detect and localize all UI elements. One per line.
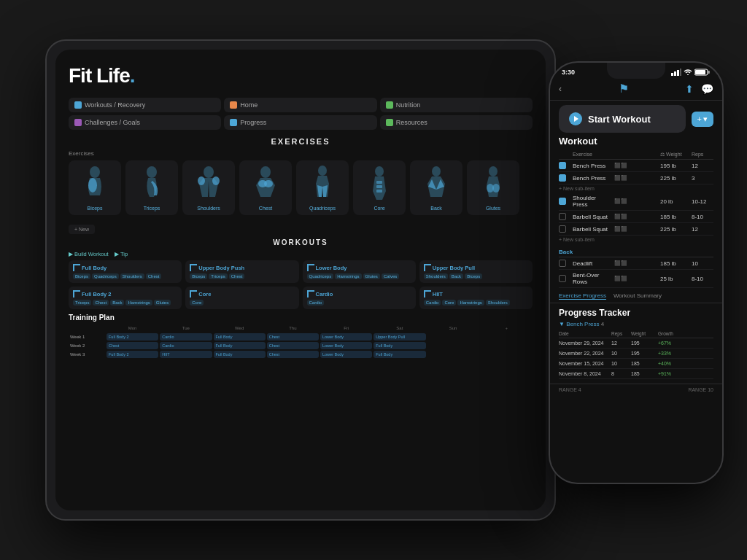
- add-sub-item-2[interactable]: + New sub-item: [559, 236, 713, 244]
- tab-workout-summary[interactable]: Workout Summary: [614, 292, 662, 300]
- share-icon[interactable]: ⬆: [685, 83, 694, 95]
- week3-wed[interactable]: Full Body: [214, 351, 266, 358]
- week2-tue[interactable]: Cardio: [160, 342, 212, 349]
- nav-resources[interactable]: Resources: [380, 115, 533, 130]
- week3-thu[interactable]: Chest: [267, 351, 319, 358]
- week3-sat[interactable]: Full Body: [374, 351, 425, 358]
- week1-thu[interactable]: Chest: [267, 333, 319, 341]
- exercise-core[interactable]: Core: [353, 160, 406, 215]
- exercise-biceps[interactable]: Biceps: [69, 160, 121, 215]
- nav-progress[interactable]: Progress: [224, 115, 376, 130]
- progress-tracker-title: Progress Tracker: [559, 308, 713, 318]
- week2-sat[interactable]: Full Body: [374, 342, 425, 349]
- plan-header-wed: Wed: [214, 324, 266, 332]
- svg-point-9: [318, 166, 327, 176]
- workout-card-lowerbody[interactable]: Lower Body Quadriceps Hamstrings Glutes …: [303, 260, 416, 283]
- core-figure: [364, 165, 395, 201]
- week2-mon[interactable]: Chest: [107, 342, 158, 349]
- svg-point-14: [432, 166, 441, 176]
- weight-3: 185: [631, 361, 657, 366]
- week1-wed[interactable]: Full Body: [214, 333, 266, 341]
- week2-wed[interactable]: Full Body: [214, 342, 266, 349]
- workout-card-upperbodypush[interactable]: Upper Body Push Biceps Triceps Chest: [185, 260, 298, 283]
- progress-tracker: Progress Tracker ▼ Bench Press 4 Date Re…: [550, 303, 722, 384]
- add-sub-item-1[interactable]: + New sub-item: [559, 184, 713, 192]
- workout-cardio-tags: Cardio: [307, 300, 411, 306]
- phone-notch: [607, 63, 665, 79]
- range10-label[interactable]: RANGE 10: [688, 387, 713, 392]
- chest-label: Chest: [244, 206, 287, 211]
- add-new-exercise-button[interactable]: + New: [69, 225, 95, 234]
- nav-home[interactable]: Home: [224, 98, 376, 112]
- bent-over-rows-check[interactable]: [559, 275, 566, 282]
- growth-2: +33%: [658, 351, 684, 356]
- week3-mon[interactable]: Full Body 2: [107, 351, 158, 358]
- reps-header: Reps: [611, 331, 630, 336]
- workouts-icon: [74, 101, 82, 109]
- workout-card-upperbodypull[interactable]: Upper Body Pull Shoulders Back Biceps: [419, 260, 533, 283]
- app-logo: Fit Life.: [69, 64, 533, 88]
- quadriceps-figure: [307, 165, 338, 201]
- week3-fri[interactable]: Lower Body: [320, 351, 372, 358]
- exercise-triceps[interactable]: Triceps: [125, 160, 178, 215]
- exercise-quadriceps[interactable]: Quadriceps: [296, 160, 349, 215]
- bench-press-1-reps: 12: [692, 163, 713, 169]
- weight-col-header: ⚖ Weight: [660, 152, 689, 158]
- week1-tue[interactable]: Cardio: [160, 333, 212, 341]
- barbell-squat-1-reps: 8-10: [692, 214, 713, 220]
- exercise-glutes[interactable]: Glutes: [467, 160, 519, 215]
- nav-challenges[interactable]: Challenges / Goals: [69, 115, 221, 130]
- workout-card-hiit[interactable]: HIIT Cardio Core Hamstrings Shoulders: [419, 287, 533, 309]
- week1-label: Week 1: [69, 333, 105, 341]
- plan-header-sat: Sat: [374, 324, 425, 332]
- week1-fri[interactable]: Lower Body: [320, 333, 372, 341]
- exercise-chest[interactable]: Chest: [239, 160, 292, 215]
- shoulders-figure: [193, 165, 224, 201]
- tip-link[interactable]: ▶ Tip: [115, 251, 128, 257]
- workout-card-fullbody[interactable]: Full Body Biceps Quadriceps Shoulders Ch…: [69, 260, 182, 283]
- core-label: Core: [357, 206, 401, 211]
- bench-press-2-reps: 3: [692, 175, 713, 182]
- bench-press-row-1: Bench Press ⬛⬛ 195 lb 12: [559, 160, 713, 172]
- tab-exercise-progress[interactable]: Exercise Progress: [559, 292, 606, 300]
- quadriceps-label: Quadriceps: [301, 206, 344, 211]
- chat-icon[interactable]: 💬: [701, 83, 713, 95]
- range4-label[interactable]: RANGE 4: [559, 387, 581, 392]
- barbell-squat-2-weight: 225 lb: [660, 226, 689, 233]
- workout-core-title: Core: [190, 290, 294, 298]
- barbell-squat-2-name: Barbell Squat: [573, 226, 612, 233]
- week2-thu[interactable]: Chest: [267, 342, 319, 349]
- barbell-squat-2-check[interactable]: [559, 225, 566, 233]
- shoulder-press-name: Shoulder Press: [573, 195, 612, 208]
- workouts-section-title: WORKOUTS: [69, 238, 533, 246]
- week2-fri[interactable]: Lower Body: [320, 342, 372, 349]
- week1-sat[interactable]: Upper Body Pull: [374, 333, 425, 341]
- barbell-squat-1-check[interactable]: [559, 213, 566, 220]
- nav-nutrition[interactable]: Nutrition: [380, 98, 533, 112]
- workout-upperbodypush-tags: Biceps Triceps Chest: [190, 273, 294, 279]
- week2-label: Week 2: [69, 342, 105, 349]
- deadlift-check[interactable]: [559, 260, 566, 267]
- shoulder-press-check[interactable]: [559, 198, 566, 205]
- build-workout-link[interactable]: ▶ Build Workout: [69, 251, 109, 257]
- workout-card-cardio[interactable]: Cardio Cardio: [303, 287, 416, 309]
- bench-press-2-check[interactable]: [559, 174, 566, 182]
- progress-row-2: November 22, 2024 10 195 +33%: [559, 349, 713, 359]
- workout-card-fullbody2[interactable]: Full Body 2 Triceps Chest Back Hamstring…: [69, 287, 182, 309]
- nav-workouts[interactable]: Workouts / Recovery: [69, 98, 221, 112]
- start-workout-button[interactable]: Start Workout: [559, 105, 686, 133]
- exercise-back[interactable]: Back: [410, 160, 462, 215]
- play-triangle: [574, 116, 578, 122]
- exercises-row: Biceps Triceps: [69, 160, 533, 215]
- exercise-shoulders[interactable]: Shoulders: [182, 160, 235, 215]
- week1-mon[interactable]: Full Body 2: [107, 333, 158, 341]
- week3-tue[interactable]: HIIT: [160, 351, 212, 358]
- add-exercise-button[interactable]: + ▾: [692, 112, 713, 127]
- biceps-figure: [80, 165, 110, 201]
- workouts-grid: Full Body Biceps Quadriceps Shoulders Ch…: [69, 260, 533, 309]
- bench-press-1-check[interactable]: [559, 162, 566, 169]
- start-workout-label: Start Workout: [588, 114, 651, 125]
- back-button[interactable]: ‹: [559, 84, 562, 94]
- workout-card-core[interactable]: Core Core: [185, 287, 298, 309]
- tablet-screen: Fit Life. Workouts / Recovery Home Nutri…: [55, 50, 546, 510]
